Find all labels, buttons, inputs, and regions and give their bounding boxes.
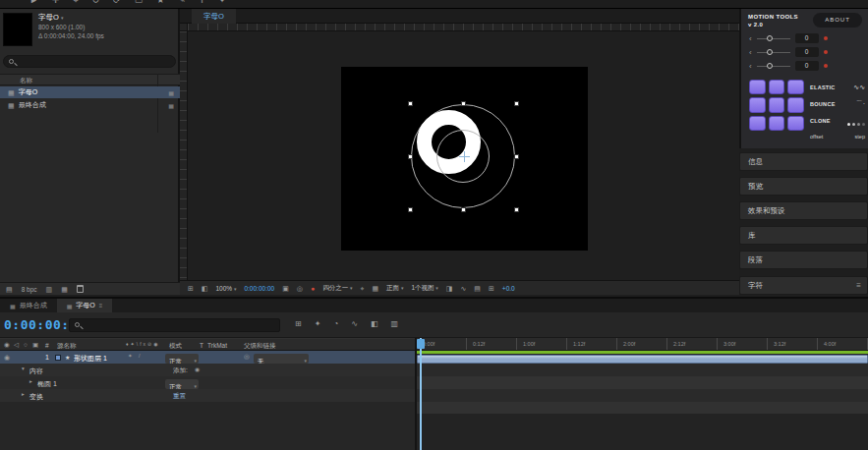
disclosure-open-icon[interactable]: ▾ bbox=[22, 366, 25, 372]
trash-icon[interactable] bbox=[77, 285, 84, 293]
selection-handle[interactable] bbox=[461, 207, 466, 212]
preset-grid-cell[interactable] bbox=[769, 116, 785, 131]
tab-comp-letter-o[interactable]: 字母O bbox=[192, 9, 236, 24]
source-name-header[interactable]: 源名称 bbox=[57, 342, 77, 351]
flowchart-icon[interactable]: ⊞ bbox=[489, 285, 494, 292]
preview-time[interactable]: 0:00:00:00 bbox=[244, 285, 274, 292]
parent-link-header[interactable]: 父级和链接 bbox=[244, 342, 276, 351]
bit-depth-button[interactable]: 8 bpc bbox=[22, 286, 37, 293]
view-select[interactable]: 正面 ▾ bbox=[386, 284, 403, 293]
comp-name[interactable]: 字母O bbox=[38, 13, 59, 22]
grid-guides-icon[interactable]: ⊞ bbox=[188, 285, 194, 292]
preset-grid-cell[interactable] bbox=[769, 80, 785, 94]
preset-grid-cell[interactable] bbox=[749, 97, 766, 112]
orbit-tool-icon[interactable]: ↻ bbox=[92, 0, 100, 5]
current-time-indicator[interactable] bbox=[420, 338, 422, 450]
graph-editor-icon[interactable]: ▥ bbox=[391, 320, 399, 328]
property-row-transform[interactable]: ▸ 变换 重置 bbox=[0, 389, 415, 402]
pickwhip-icon[interactable]: ◎ bbox=[244, 354, 250, 361]
layer-name[interactable]: 形状图层 1 bbox=[74, 354, 107, 364]
effects-switch-icon[interactable]: / bbox=[139, 354, 141, 360]
timeline-tab-letter-o[interactable]: ▦ 字母O ≡ bbox=[57, 299, 113, 312]
exposure-value[interactable]: +0.0 bbox=[502, 285, 515, 292]
layer-row-shape-layer-1[interactable]: ◉ 1 ★ 形状图层 1 ✦ / 正常▾ ◎ 无▾ bbox=[0, 351, 415, 364]
slider-knob[interactable] bbox=[767, 35, 773, 41]
slider-value[interactable]: 0 bbox=[795, 61, 819, 71]
layer-mode-select[interactable]: 正常▾ bbox=[165, 354, 199, 364]
property-row-contents[interactable]: ▾ 内容 添加: ◉ bbox=[0, 364, 415, 376]
panel-menu-icon[interactable]: ≡ bbox=[856, 277, 861, 294]
project-item-letter-o[interactable]: ▦ 字母O ▦ bbox=[0, 86, 180, 98]
reset-link[interactable]: 重置 bbox=[173, 392, 186, 401]
mini-flowchart-icon[interactable]: ⊞ bbox=[295, 320, 302, 328]
quality-switch-icon[interactable]: ✦ bbox=[128, 354, 133, 360]
region-of-interest-icon[interactable]: ⌖ bbox=[360, 285, 364, 292]
frame-blend-icon[interactable]: ∿ bbox=[351, 320, 358, 328]
pan-behind-tool-icon[interactable]: ▭ bbox=[135, 0, 144, 5]
selection-tool-icon[interactable]: ► bbox=[29, 0, 38, 5]
vertical-ruler[interactable] bbox=[180, 31, 188, 280]
slider-value[interactable]: 0 bbox=[795, 47, 819, 57]
selection-handle[interactable] bbox=[514, 207, 519, 212]
chevron-left-icon[interactable]: ‹ bbox=[749, 48, 752, 57]
elastic-preset[interactable]: ELASTIC ∿∿ bbox=[810, 82, 865, 93]
brush-tool-icon[interactable]: ✦ bbox=[218, 0, 226, 5]
selection-handle[interactable] bbox=[461, 101, 466, 106]
pen-tool-icon[interactable]: ✎ bbox=[178, 0, 186, 5]
record-dot[interactable] bbox=[824, 64, 828, 68]
preset-grid-cell[interactable] bbox=[769, 97, 785, 112]
panel-libraries[interactable]: 库 bbox=[739, 226, 868, 245]
channels-icon[interactable]: ● bbox=[311, 285, 315, 292]
panel-effects-presets[interactable]: 效果和预设 bbox=[739, 201, 868, 220]
slider-knob[interactable] bbox=[767, 49, 773, 55]
panel-paragraph[interactable]: 段落 bbox=[739, 251, 868, 269]
interpret-footage-icon[interactable]: ▤ bbox=[6, 286, 13, 293]
panel-info[interactable]: 信息 bbox=[739, 152, 868, 171]
layer-duration-bar[interactable] bbox=[417, 355, 868, 364]
ellipse-blend-mode-select[interactable]: 正常▾ bbox=[165, 379, 199, 389]
transparency-grid-icon[interactable]: ▦ bbox=[372, 285, 378, 292]
resolution-select[interactable]: 四分之一 ▾ bbox=[322, 284, 352, 293]
draft-3d-icon[interactable]: ✦ bbox=[315, 320, 321, 328]
mask-visibility-icon[interactable]: ◧ bbox=[202, 285, 208, 292]
new-folder-icon[interactable]: ▥ bbox=[46, 286, 53, 293]
property-row-ellipse-1[interactable]: ▸ 椭圆 1 正常▾ bbox=[0, 376, 415, 389]
pixel-aspect-icon[interactable]: ◨ bbox=[446, 285, 453, 292]
name-column-header[interactable]: 名称 bbox=[0, 74, 180, 85]
slider-value[interactable]: 0 bbox=[795, 33, 819, 43]
text-tool-icon[interactable]: T bbox=[200, 0, 205, 5]
eye-icon[interactable]: ◉ bbox=[4, 354, 10, 361]
chevron-left-icon[interactable]: ‹ bbox=[749, 34, 752, 43]
panel-character[interactable]: 字符 ≡ bbox=[739, 276, 868, 295]
project-item-final-comp[interactable]: ▦ 最终合成 ▦ bbox=[0, 99, 180, 111]
project-search-input[interactable] bbox=[3, 55, 176, 68]
slider-track[interactable] bbox=[757, 66, 790, 67]
selection-handle[interactable] bbox=[408, 101, 413, 106]
add-button-icon[interactable]: ◉ bbox=[195, 366, 200, 372]
preset-grid-cell[interactable] bbox=[787, 80, 804, 94]
bounce-preset[interactable]: BOUNCE ⌒· bbox=[810, 98, 865, 110]
comp-thumbnail[interactable] bbox=[3, 13, 32, 46]
selection-handle[interactable] bbox=[514, 154, 519, 159]
time-ruler[interactable]: 0:00f 0:12f 1:00f 1:12f 2:00f 2:12f 3:00… bbox=[417, 338, 868, 351]
layer-color-chip[interactable] bbox=[55, 355, 61, 361]
preset-grid-cell[interactable] bbox=[787, 97, 804, 112]
offset-label[interactable]: offset bbox=[810, 134, 823, 140]
hand-tool-icon[interactable]: ✛ bbox=[52, 0, 60, 5]
clone-preset[interactable]: CLONE bbox=[810, 115, 865, 127]
slider-knob[interactable] bbox=[767, 63, 773, 69]
horizontal-ruler[interactable] bbox=[188, 24, 739, 31]
fast-preview-icon[interactable]: ∿ bbox=[460, 285, 466, 292]
selection-handle[interactable] bbox=[408, 207, 413, 212]
record-dot[interactable] bbox=[824, 36, 828, 40]
preset-grid-cell[interactable] bbox=[749, 116, 766, 131]
disclosure-closed-icon[interactable]: ▸ bbox=[29, 379, 32, 385]
slider-track[interactable] bbox=[757, 38, 790, 39]
shy-layers-icon[interactable]: ◔ bbox=[333, 320, 338, 328]
trkmat-header[interactable]: TrkMat bbox=[207, 342, 227, 349]
parent-select[interactable]: 无▾ bbox=[254, 354, 309, 364]
rotate-tool-icon[interactable]: ⟳ bbox=[113, 0, 121, 5]
record-dot[interactable] bbox=[824, 50, 828, 54]
slider-track[interactable] bbox=[757, 52, 790, 53]
add-label[interactable]: 添加: bbox=[173, 366, 188, 375]
